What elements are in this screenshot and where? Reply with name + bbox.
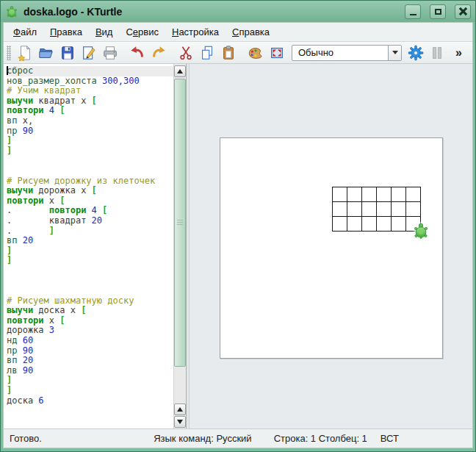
code-line: ] (7, 376, 173, 386)
code-line: # Рисуем дорожку из клеточек (7, 176, 173, 187)
canvas-pane (190, 64, 472, 428)
print-button[interactable] (99, 43, 120, 62)
menu-item-view[interactable]: Вид (89, 24, 120, 40)
grid-cell (361, 201, 376, 216)
new-file-button[interactable] (14, 43, 35, 62)
editor-vertical-scrollbar[interactable] (173, 64, 186, 428)
code-line: нов_размер_холста 300,300 (7, 76, 173, 87)
window-content: ФайлПравкаВидСервисНастройкаСправка (3, 22, 473, 448)
turtle-app-icon (5, 5, 18, 18)
drawn-grid (332, 187, 421, 232)
code-line: дорожка 3 (7, 326, 173, 336)
scroll-up-button[interactable] (174, 65, 186, 77)
code-line: сброс (7, 66, 173, 76)
statusbar: Готово. Язык команд: Русский Строка: 1 С… (4, 428, 472, 448)
titlebar[interactable]: doska.logo - KTurtle (1, 1, 475, 22)
code-line: вп х, (7, 116, 173, 126)
minimize-icon (410, 14, 416, 15)
grid-cell (332, 187, 347, 201)
grid-cell (376, 201, 391, 216)
scroll-down-button[interactable] (174, 416, 186, 428)
code-line (7, 286, 173, 296)
turtle-sprite (412, 222, 430, 240)
status-language: Язык команд: Русский (154, 433, 251, 444)
code-line (7, 156, 173, 166)
redo-button[interactable] (148, 43, 169, 62)
fullscreen-button[interactable] (266, 43, 287, 62)
window-title: doska.logo - KTurtle (24, 6, 396, 18)
maximize-button[interactable] (430, 4, 446, 19)
menu-item-edit[interactable]: Правка (43, 24, 89, 40)
grid-cell (347, 201, 361, 216)
grid-cell (376, 216, 391, 231)
code-area[interactable]: сброснов_размер_холста 300,300# Учим ква… (4, 64, 173, 428)
code-line: повтори х [ (7, 196, 173, 207)
status-message: Готово. (10, 433, 154, 444)
grid-cell (376, 187, 391, 201)
grid-cell (391, 187, 405, 201)
code-line: . квадрат 20 (7, 216, 173, 226)
cut-button[interactable] (175, 43, 196, 62)
grid-cell (391, 216, 405, 231)
arrow-up-icon (177, 69, 183, 73)
code-line: нд 60 (7, 336, 173, 346)
edit-document-button[interactable] (78, 43, 99, 62)
open-file-icon (38, 45, 54, 61)
open-file-button[interactable] (35, 43, 57, 62)
grid-cell (332, 216, 347, 231)
grid-cell (347, 187, 361, 201)
undo-icon (129, 45, 145, 61)
minimize-button[interactable] (405, 4, 421, 19)
close-icon (459, 7, 467, 15)
save-button[interactable] (57, 43, 78, 62)
code-line: повтори 4 [ (7, 106, 173, 116)
scrollbar-thumb[interactable] (174, 79, 186, 367)
code-line: пр 90 (7, 346, 173, 356)
grid-cell (361, 216, 376, 231)
arrow-up-icon (177, 407, 183, 412)
menu-item-file[interactable]: Файл (7, 24, 43, 40)
toolbar-drag-handle[interactable] (7, 46, 11, 60)
edit-document-icon (81, 45, 97, 61)
colors-button[interactable] (245, 43, 266, 62)
status-cursor-position: Строка: 1 Столбец: 1 (274, 433, 367, 444)
status-insert-mode: ВСТ (381, 433, 399, 444)
code-editor[interactable]: сброснов_размер_холста 300,300# Учим ква… (4, 64, 187, 428)
menu-item-tools[interactable]: Сервис (119, 24, 165, 40)
run-speed-select[interactable]: Обычно (292, 45, 402, 61)
pause-icon (429, 45, 445, 61)
turtle-canvas (220, 137, 443, 359)
run-gear-icon (407, 44, 425, 62)
scroll-up-button[interactable] (174, 403, 186, 415)
menu-item-help[interactable]: Справка (226, 24, 276, 40)
code-line (7, 276, 173, 286)
code-line: повтори х [ (7, 316, 173, 326)
run-speed-value: Обычно (298, 47, 333, 58)
code-line: ] (7, 136, 173, 146)
grid-cell (347, 216, 361, 231)
code-line: доска 6 (7, 396, 173, 406)
code-line: выучи квадрат х [ (7, 96, 173, 107)
code-line: пр 90 (7, 126, 173, 137)
code-line (7, 166, 173, 176)
menu-item-settings[interactable]: Настройка (165, 24, 226, 40)
undo-button[interactable] (126, 43, 148, 62)
print-icon (102, 45, 118, 61)
code-line (7, 266, 173, 276)
code-line: # Рисуем шахматную доску (7, 296, 173, 306)
arrow-down-icon (177, 420, 183, 424)
pause-button[interactable] (426, 43, 447, 62)
code-line: . ] (7, 226, 173, 237)
paste-button[interactable] (217, 43, 239, 62)
grid-cell (405, 201, 420, 216)
code-line: ] (7, 386, 173, 396)
copy-button[interactable] (196, 43, 217, 62)
menubar: ФайлПравкаВидСервисНастройкаСправка (4, 23, 472, 42)
run-button[interactable] (405, 43, 426, 62)
grid-cell (361, 187, 376, 201)
close-button[interactable] (455, 4, 471, 19)
toolbar-overflow-button[interactable]: » (455, 46, 462, 60)
grid-cell (391, 201, 405, 216)
code-line: выучи дорожка х [ (7, 186, 173, 196)
chevron-down-icon[interactable] (388, 46, 401, 60)
